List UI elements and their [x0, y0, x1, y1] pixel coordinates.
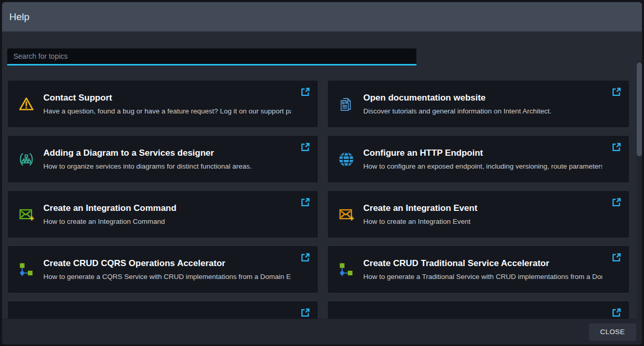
help-topic-card[interactable]: Create CRUD Traditional Service Accelera… [327, 245, 630, 293]
diagram-brackets-icon [18, 150, 35, 169]
external-link-icon[interactable] [300, 308, 310, 318]
help-topic-card[interactable]: Adding a Diagram to a Services designer … [7, 135, 318, 183]
card-title: Create an Integration Event [363, 203, 602, 213]
documents-icon [337, 95, 355, 113]
external-link-icon[interactable] [300, 197, 310, 207]
dialog-body: Contact Support Have a question, found a… [2, 31, 642, 319]
external-link-icon[interactable] [300, 253, 310, 262]
help-topic-card[interactable]: Create an Integration Event How to creat… [327, 190, 630, 238]
help-topic-card[interactable]: Open documentation website Discover tuto… [327, 80, 630, 128]
scrollbar-track[interactable] [637, 61, 642, 319]
dialog-title: Help [9, 11, 29, 23]
crud-nodes-icon [18, 260, 35, 279]
help-topic-card[interactable]: Creating a CQRS Query [327, 301, 630, 319]
scrollbar-thumb[interactable] [637, 62, 642, 156]
card-description: Discover tutorials and general informati… [363, 107, 602, 115]
warning-triangle-icon [18, 95, 35, 113]
card-title: Creating a CQRS Query [363, 318, 602, 319]
help-topic-card[interactable]: Create an Integration Command How to cre… [7, 190, 318, 238]
query-circle-icon [337, 316, 355, 319]
crud-nodes-icon [337, 260, 355, 279]
search-input[interactable] [7, 48, 416, 65]
help-topic-card[interactable]: Create CRUD CQRS Operations Accelerator … [7, 245, 318, 293]
external-link-icon[interactable] [611, 87, 621, 97]
external-link-icon[interactable] [300, 87, 310, 97]
card-description: How to organize services into diagrams f… [43, 162, 291, 170]
card-description: Have a question, found a bug or have a f… [43, 107, 291, 115]
card-title: Creating a CQRS Command [43, 318, 291, 319]
command-arrow-icon [18, 316, 35, 319]
card-description: How to create an Integration Event [363, 218, 602, 225]
card-title: Create an Integration Command [43, 203, 291, 213]
external-link-icon[interactable] [300, 142, 310, 152]
external-link-icon[interactable] [611, 142, 621, 152]
globe-icon [337, 150, 355, 169]
external-link-icon[interactable] [611, 308, 621, 318]
close-button[interactable]: CLOSE [589, 323, 636, 341]
external-link-icon[interactable] [611, 197, 621, 207]
card-title: Configure an HTTP Endpoint [363, 148, 602, 158]
card-title: Contact Support [43, 93, 291, 103]
help-topic-card[interactable]: Contact Support Have a question, found a… [7, 80, 318, 128]
help-topic-card[interactable]: Configure an HTTP Endpoint How to config… [327, 135, 630, 183]
card-description: How to create an Integration Command [43, 218, 291, 225]
card-description: How to generate a Traditional Service wi… [363, 273, 602, 281]
card-title: Create CRUD CQRS Operations Accelerator [43, 258, 291, 269]
envelope-green-icon [18, 205, 35, 224]
search-wrap [7, 48, 416, 65]
dialog-header: Help [2, 2, 642, 31]
card-title: Open documentation website [363, 93, 602, 103]
help-topic-card[interactable]: Creating a CQRS Command [7, 301, 318, 319]
dialog-footer: CLOSE [2, 319, 642, 344]
envelope-orange-icon [337, 205, 355, 224]
help-dialog: Help Contact Support Have a question, fo… [2, 2, 642, 344]
card-description: How to configure an exposed endpoint, in… [363, 162, 602, 170]
help-topics-viewport: Contact Support Have a question, found a… [7, 80, 637, 319]
card-title: Create CRUD Traditional Service Accelera… [363, 258, 602, 269]
external-link-icon[interactable] [611, 253, 621, 262]
card-title: Adding a Diagram to a Services designer [43, 148, 291, 158]
card-description: How to generate a CQRS Service with CRUD… [43, 273, 291, 281]
help-topics-grid: Contact Support Have a question, found a… [7, 80, 637, 319]
